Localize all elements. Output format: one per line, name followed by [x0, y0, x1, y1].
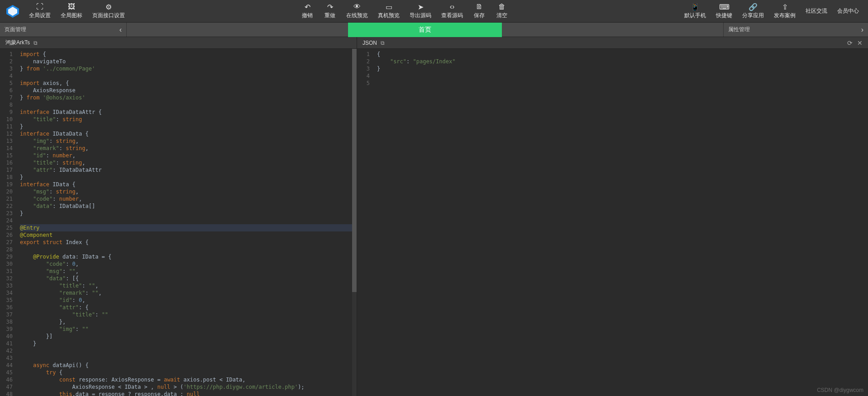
code-line[interactable]: "id": number, [20, 152, 353, 159]
copy-icon[interactable]: ⧉ [381, 40, 385, 46]
line-number: 25 [2, 224, 13, 231]
line-number: 20 [2, 188, 13, 195]
tb-right-btn-5[interactable]: 会员中心 [833, 1, 863, 21]
active-page-tab[interactable]: 首页 [348, 23, 502, 37]
page-manager-panel-header[interactable]: 页面管理 ‹ [0, 23, 127, 37]
code-line[interactable]: export struct Index { [20, 239, 353, 246]
app-logo[interactable] [5, 3, 21, 19]
line-number: 44 [2, 362, 13, 369]
code-line[interactable]: } from '@ohos/axios' [20, 94, 353, 101]
code-content[interactable]: { "src": "pages/Index"} [373, 49, 868, 396]
code-line[interactable]: "img": string, [20, 137, 353, 145]
tb-center-btn-2[interactable]: 👁在线预览 [342, 1, 372, 21]
code-line[interactable]: interface IDataData { [20, 130, 353, 137]
code-line[interactable]: "code": 0, [20, 260, 353, 268]
code-line[interactable]: } from '../common/Page' [20, 65, 353, 72]
code-line[interactable]: "code": number, [20, 195, 353, 203]
code-line[interactable]: { [377, 51, 864, 58]
code-line[interactable]: @Entry [20, 224, 353, 231]
tb-center-btn-6[interactable]: 🗎保存 [468, 1, 490, 21]
code-line[interactable]: import { [20, 51, 353, 58]
line-number: 48 [2, 391, 13, 396]
code-line[interactable]: "title": "" [20, 311, 353, 318]
code-line[interactable]: } [377, 65, 864, 72]
code-line[interactable] [20, 246, 353, 253]
line-number: 45 [2, 369, 13, 376]
code-line[interactable]: } [20, 340, 353, 347]
collapse-left-icon[interactable]: ‹ [119, 26, 122, 34]
tb-right-btn-0[interactable]: 📱默认手机 [680, 1, 711, 21]
tb-center-btn-3[interactable]: ▭真机预览 [373, 1, 404, 21]
code-line[interactable]: "data": IDataData[] [20, 203, 353, 210]
tb-right-btn-1[interactable]: ⌨快捷键 [711, 1, 737, 21]
code-line[interactable]: } [20, 174, 353, 181]
tb-left-btn-1[interactable]: 🖼全局图标 [56, 1, 87, 21]
line-number: 40 [2, 333, 13, 340]
code-line[interactable] [20, 217, 353, 224]
code-line[interactable]: "attr": { [20, 304, 353, 311]
tb-center-btn-1[interactable]: ↷重做 [319, 1, 341, 21]
code-line[interactable]: } [20, 210, 353, 217]
code-line[interactable]: "remark": "", [20, 289, 353, 297]
code-line[interactable]: }, [20, 318, 353, 325]
code-line[interactable]: "title": "", [20, 282, 353, 289]
code-line[interactable]: "attr": IDataDataAttr [20, 166, 353, 174]
json-editor[interactable]: 12345 { "src": "pages/Index"} [357, 49, 868, 396]
code-line[interactable]: try { [20, 369, 353, 376]
toolbar-icon: ▭ [386, 3, 392, 11]
tb-center-btn-4[interactable]: ➤导出源码 [405, 1, 436, 21]
code-line[interactable]: "msg": string, [20, 188, 353, 195]
code-line[interactable]: async dataApi() { [20, 362, 353, 369]
code-line[interactable]: "msg": "", [20, 268, 353, 275]
tb-center-btn-0[interactable]: ↶撤销 [296, 1, 318, 21]
line-number: 16 [2, 159, 13, 166]
code-line[interactable]: AxiosResponse < IData > , null > ('https… [20, 383, 353, 391]
tb-right-btn-2[interactable]: 🔗分享应用 [738, 1, 768, 21]
refresh-icon[interactable]: ⟳ [847, 39, 853, 47]
vertical-scrollbar[interactable] [352, 49, 357, 396]
tb-left-btn-0[interactable]: ⛶全局设置 [24, 1, 55, 21]
copy-icon[interactable]: ⧉ [33, 40, 38, 46]
code-line[interactable]: @Provide data: IData = { [20, 253, 353, 260]
toolbar-icon: ⇪ [782, 3, 788, 11]
code-line[interactable] [20, 347, 353, 354]
code-line[interactable]: "data": [{ [20, 275, 353, 282]
code-line[interactable] [20, 101, 353, 108]
tb-right-btn-4[interactable]: 社区交流 [801, 1, 832, 21]
collapse-right-icon[interactable]: › [861, 26, 863, 34]
code-line[interactable]: navigateTo [20, 58, 353, 65]
code-line[interactable]: interface IDataDataAttr { [20, 108, 353, 116]
code-line[interactable] [20, 72, 353, 80]
code-line[interactable]: @Component [20, 231, 353, 239]
code-line[interactable]: this.data = response ? response.data : n… [20, 391, 353, 396]
code-line[interactable]: "src": "pages/Index" [377, 58, 864, 65]
code-line[interactable]: "remark": string, [20, 145, 353, 152]
close-icon[interactable]: ✕ [857, 39, 863, 47]
arkts-editor[interactable]: 1234567891011121314151617181920212223242… [0, 49, 357, 396]
code-line[interactable]: "img": "" [20, 325, 353, 333]
tb-center-btn-5[interactable]: ‹›查看源码 [437, 1, 467, 21]
code-content[interactable]: import { navigateTo} from '../common/Pag… [16, 49, 357, 396]
code-line[interactable]: AxiosResponse [20, 87, 353, 94]
code-line[interactable]: "title": string, [20, 159, 353, 166]
code-line[interactable] [377, 72, 864, 80]
line-number: 10 [2, 116, 13, 123]
tb-center-btn-7[interactable]: 🗑清空 [491, 1, 513, 21]
code-line[interactable]: import axios, { [20, 80, 353, 87]
toolbar-icon: 📱 [691, 3, 700, 11]
tb-right-btn-3[interactable]: ⇪发布案例 [769, 1, 800, 21]
line-number: 14 [2, 145, 13, 152]
code-line[interactable] [20, 354, 353, 362]
code-line[interactable]: "title": string [20, 116, 353, 123]
code-line[interactable]: } [20, 123, 353, 130]
code-line[interactable]: const response: AxiosResponse = await ax… [20, 376, 353, 383]
page-manager-label: 页面管理 [5, 26, 26, 33]
line-number: 3 [2, 65, 13, 72]
toolbar-icon: ↶ [305, 3, 310, 11]
code-line[interactable]: }] [20, 333, 353, 340]
code-line[interactable] [377, 80, 864, 87]
tb-left-btn-2[interactable]: ⚙页面接口设置 [88, 1, 129, 21]
property-manager-panel-header[interactable]: 属性管理 › [723, 23, 868, 37]
code-line[interactable]: interface IData { [20, 181, 353, 188]
code-line[interactable]: "id": 0, [20, 297, 353, 304]
